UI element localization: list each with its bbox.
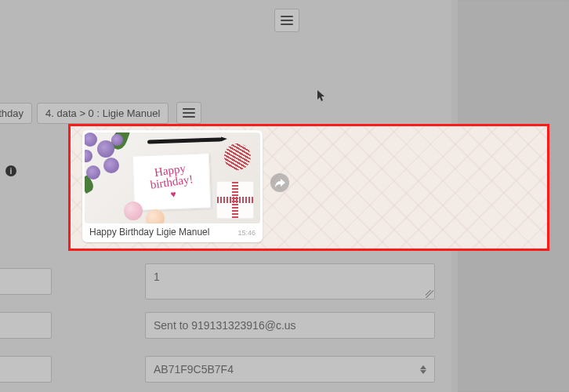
id-field[interactable]: AB71F9C5B7F4 <box>145 356 435 383</box>
hamburger-icon <box>183 108 195 118</box>
stepper-up-icon <box>420 365 426 369</box>
message-time: 15:46 <box>237 229 256 237</box>
birthday-card-graphic: Happy birthday! ♥ <box>132 153 211 210</box>
hamburger-icon <box>281 16 293 25</box>
breadcrumb-menu-button[interactable] <box>176 102 201 124</box>
count-field[interactable]: 1 <box>145 263 435 299</box>
message-image: Happy birthday! ♥ <box>85 132 260 223</box>
stepper-down-icon <box>420 370 426 374</box>
breadcrumb-item-birthday[interactable]: irthday <box>0 103 32 124</box>
resize-handle[interactable] <box>426 290 433 298</box>
stepper[interactable] <box>420 365 426 374</box>
field-label-partial <box>0 268 52 295</box>
highlighted-preview: Happy birthday! ♥ Happy Birthday Ligie M… <box>68 124 549 251</box>
info-icon[interactable]: i <box>5 165 16 176</box>
card-text: Happy birthday! ♥ <box>132 160 211 205</box>
macaron-graphic <box>146 209 165 223</box>
sent-to-field[interactable]: Sent to 919131323916@c.us <box>145 312 435 339</box>
twine-graphic <box>224 143 251 170</box>
forward-button[interactable] <box>270 173 289 192</box>
menu-button[interactable] <box>274 9 299 32</box>
message-bubble[interactable]: Happy birthday! ♥ Happy Birthday Ligie M… <box>82 130 263 242</box>
breadcrumb-item-data[interactable]: 4. data > 0 : Ligie Manuel <box>37 103 169 124</box>
field-label-partial <box>0 312 52 339</box>
field-label-partial <box>0 356 52 383</box>
id-value: AB71F9C5B7F4 <box>154 363 234 376</box>
count-value: 1 <box>154 270 160 283</box>
giftbox-graphic <box>216 181 254 219</box>
breadcrumb: irthday 4. data > 0 : Ligie Manuel <box>0 102 201 124</box>
macaron-graphic <box>124 201 143 220</box>
cursor-icon <box>317 90 327 105</box>
forward-icon <box>275 179 285 187</box>
pen-graphic <box>147 137 222 143</box>
top-toolbar <box>0 5 569 35</box>
sent-to-value: Sent to 919131323916@c.us <box>154 319 296 332</box>
message-caption: Happy Birthday Ligie Manuel <box>89 227 209 238</box>
